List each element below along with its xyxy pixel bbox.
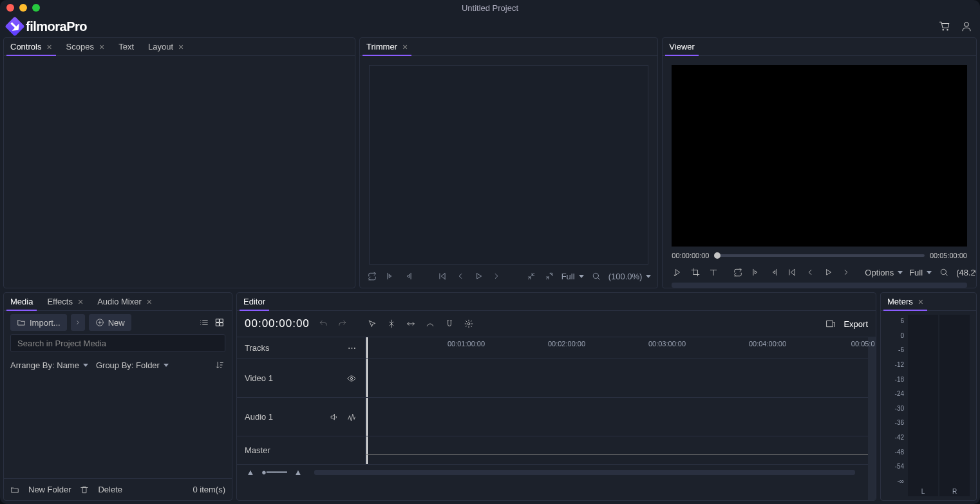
tab-controls[interactable]: Controls× [9,38,53,55]
zoom-dropdown[interactable]: (48.2%) [956,268,977,277]
video-track-lane[interactable] [366,359,868,397]
tab-editor[interactable]: Editor [242,293,267,310]
tracks-menu-icon[interactable]: ⋯ [346,342,357,354]
svg-rect-5 [220,319,223,322]
close-icon[interactable]: × [402,42,408,52]
step-back-icon[interactable] [804,266,816,278]
tab-meters[interactable]: Meters× [886,293,925,310]
viewer-scrollbar[interactable] [672,283,967,288]
mark-in-icon[interactable] [384,270,396,282]
overwrite-icon[interactable] [543,270,555,282]
master-track-lane[interactable] [366,436,868,464]
meters-panel: Meters× 6 0 -6 -12 -18 -24 -30 -36 -42 -… [880,292,977,501]
arrange-by-dropdown[interactable]: Arrange By: Name [10,360,88,370]
editor-panel: Editor 00:00:00:00 Export [236,292,876,501]
speaker-icon[interactable] [329,411,341,423]
close-icon[interactable]: × [178,42,184,52]
rate-stretch-icon[interactable] [424,318,436,330]
close-icon[interactable]: × [918,297,923,307]
select-tool-icon[interactable] [366,318,378,330]
import-expand-button[interactable] [71,314,85,331]
crop-icon[interactable] [690,266,701,278]
tracks-label: Tracks [245,343,270,353]
play-icon[interactable] [473,270,484,282]
step-forward-icon[interactable] [491,270,502,282]
tab-label: Text [118,42,134,51]
loop-icon[interactable] [732,266,744,278]
audio-track-lane[interactable] [366,398,868,436]
slip-tool-icon[interactable] [405,318,417,330]
playhead[interactable] [366,337,368,359]
viewer-scrubber[interactable] [714,254,924,257]
magnify-icon[interactable] [590,270,602,282]
zoom-dropdown[interactable]: (100.0%) [608,272,652,281]
group-by-dropdown[interactable]: Group By: Folder [96,360,169,370]
mark-in-icon[interactable] [750,266,762,278]
redo-icon[interactable] [337,318,348,330]
skip-back-icon[interactable] [437,270,448,282]
close-icon[interactable]: × [78,297,83,307]
resolution-dropdown[interactable]: Full [909,268,932,277]
mark-out-icon[interactable] [402,270,414,282]
logo-mark-icon [5,16,24,36]
waveform-icon[interactable] [346,411,357,423]
search-input[interactable]: Search in Project Media [10,334,225,352]
snap-icon[interactable] [444,318,455,330]
play-range-icon[interactable] [672,266,683,278]
grid-view-icon[interactable] [214,317,225,328]
tab-media[interactable]: Media [9,293,34,310]
timeline-scrollbar[interactable] [314,470,855,475]
app-bar: filmoraPro [0,15,980,37]
track-size-slider[interactable]: ●━━━━ [261,467,287,477]
step-forward-icon[interactable] [840,266,852,278]
settings-icon[interactable] [463,318,475,330]
tab-scopes[interactable]: Scopes× [65,38,106,55]
tab-viewer[interactable]: Viewer [668,38,696,55]
new-folder-button[interactable]: New Folder [28,485,71,494]
magnify-icon[interactable] [938,266,950,278]
user-icon[interactable] [961,21,972,32]
text-icon[interactable] [708,266,719,278]
eye-icon[interactable] [346,373,357,384]
skip-back-icon[interactable] [786,266,798,278]
sort-icon[interactable] [214,359,225,371]
step-back-icon[interactable] [455,270,466,282]
media-list[interactable] [4,378,232,478]
slice-tool-icon[interactable] [386,318,397,330]
editor-vscrollbar[interactable] [868,337,876,500]
tab-trimmer[interactable]: Trimmer× [365,38,409,55]
svg-rect-7 [220,323,223,326]
cart-icon[interactable] [939,21,950,32]
viewer-preview[interactable] [672,65,967,247]
time-ruler[interactable]: 00:01:00:00 00:02:00:00 00:03:00:00 00:0… [366,337,868,359]
undo-icon[interactable] [317,318,329,330]
list-view-icon[interactable] [198,317,210,328]
mark-out-icon[interactable] [768,266,780,278]
timecode[interactable]: 00:00:00:00 [245,317,310,330]
trimmer-preview[interactable] [369,65,648,265]
track-collapse-icon[interactable]: ▲ [245,467,256,478]
delete-button[interactable]: Delete [98,485,122,494]
tab-label: Layout [148,42,173,51]
maximize-window-button[interactable] [32,4,40,12]
tab-label: Controls [10,42,41,51]
tab-layout[interactable]: Layout× [147,38,185,55]
insert-icon[interactable] [525,270,537,282]
minimize-window-button[interactable] [19,4,27,12]
options-dropdown[interactable]: Options [865,268,903,277]
track-expand-icon[interactable]: ▲ [292,467,304,478]
tab-audio-mixer[interactable]: Audio Mixer× [96,293,153,310]
resolution-dropdown[interactable]: Full [561,272,584,281]
tab-label: Media [10,297,33,306]
play-icon[interactable] [822,266,834,278]
tab-text[interactable]: Text [117,38,135,55]
import-button[interactable]: Import... [10,314,67,331]
close-icon[interactable]: × [147,297,152,307]
close-icon[interactable]: × [46,42,52,52]
close-window-button[interactable] [6,4,14,12]
loop-icon[interactable] [366,270,378,282]
export-button[interactable]: Export [843,319,868,329]
close-icon[interactable]: × [99,42,104,52]
new-button[interactable]: New [89,314,131,331]
tab-effects[interactable]: Effects× [46,293,84,310]
